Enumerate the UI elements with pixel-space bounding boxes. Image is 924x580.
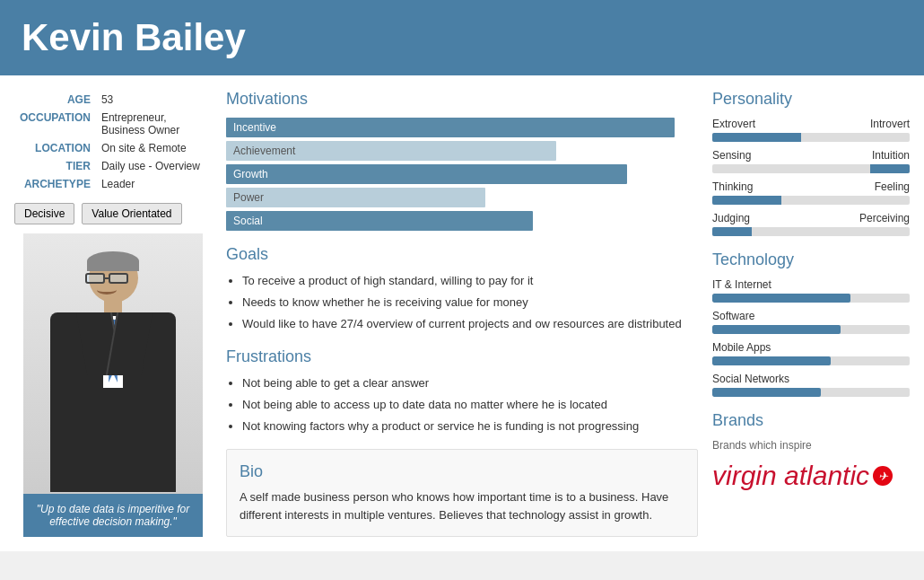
personality-section: Personality Extrovert Introvert Sensing … (712, 90, 910, 236)
profile-info: AGE 53 OCCUPATION Entrepreneur, Business… (14, 90, 212, 194)
goal-item: To receive a product of high standard, w… (242, 273, 698, 289)
trait-left: Sensing (712, 149, 751, 162)
trait-right: Intuition (872, 149, 910, 162)
technology-section: Technology IT & Internet Software Mobile… (712, 250, 910, 397)
quote-text: "Up to date data is imperitive for effec… (37, 503, 189, 528)
motivations-section: Motivations IncentiveAchievementGrowthPo… (226, 90, 698, 231)
motivation-bar: Achievement (226, 141, 698, 161)
goal-item: Would like to have 27/4 overview of curr… (242, 316, 698, 332)
right-column: Personality Extrovert Introvert Sensing … (712, 90, 910, 537)
tag-buttons: Decisive Value Orientated (14, 203, 212, 224)
tech-track (712, 325, 910, 334)
personality-row: Extrovert Introvert (712, 118, 910, 142)
virgin-atlantic-logo: virgin atlantic ✈ (712, 461, 910, 491)
personality-row: Sensing Intuition (712, 149, 910, 173)
tech-label: Mobile Apps (712, 341, 910, 354)
trait-right: Feeling (875, 180, 910, 193)
goals-section: Goals To receive a product of high stand… (226, 245, 698, 333)
tech-row: Software (712, 310, 910, 334)
virgin-text: virgin atlantic (712, 461, 869, 491)
left-column: AGE 53 OCCUPATION Entrepreneur, Business… (14, 90, 212, 537)
motivations-bars: IncentiveAchievementGrowthPowerSocial (226, 118, 698, 231)
personality-rows: Extrovert Introvert Sensing Intuition Th… (712, 118, 910, 236)
age-label: AGE (16, 92, 96, 108)
middle-column: Motivations IncentiveAchievementGrowthPo… (226, 90, 698, 537)
motivation-bar: Social (226, 211, 698, 231)
motivation-bar: Growth (226, 164, 698, 184)
tech-track (712, 356, 910, 365)
frustrations-title: Frustrations (226, 347, 698, 366)
page-title: Kevin Bailey (22, 16, 902, 59)
personality-title: Personality (712, 90, 910, 109)
archetype-label: ARCHETYPE (16, 176, 96, 192)
trait-right: Perceiving (859, 212, 910, 224)
occupation-label: OCCUPATION (16, 110, 96, 138)
tech-row: IT & Internet (712, 278, 910, 303)
trait-left: Judging (712, 212, 750, 224)
occupation-value: Entrepreneur, Business Owner (98, 110, 210, 138)
motivations-title: Motivations (226, 90, 698, 109)
tech-row: Mobile Apps (712, 341, 910, 365)
header: Kevin Bailey (0, 0, 924, 75)
trait-left: Extrovert (712, 118, 755, 130)
bio-section: Bio A self made business person who know… (226, 449, 698, 537)
age-value: 53 (98, 92, 210, 108)
quote-box: "Up to date data is imperitive for effec… (23, 494, 203, 537)
frustrations-list: Not being able to get a clear answerNot … (226, 375, 698, 435)
persona-image-container: "Up to date data is imperitive for effec… (23, 233, 203, 537)
personality-row: Thinking Feeling (712, 180, 910, 205)
bio-text: A self made business person who knows ho… (240, 488, 684, 523)
tech-track (712, 294, 910, 303)
archetype-value: Leader (98, 176, 210, 192)
motivation-bar: Incentive (226, 118, 698, 137)
tag-value-orientated[interactable]: Value Orientated (82, 203, 181, 224)
trait-left: Thinking (712, 180, 753, 193)
tech-track (712, 388, 910, 397)
frustration-item: Not being able to access up to date data… (242, 397, 698, 413)
trait-right: Introvert (870, 118, 910, 130)
tag-decisive[interactable]: Decisive (14, 203, 74, 224)
tech-row: Social Networks (712, 373, 910, 397)
brands-title: Brands (712, 411, 910, 430)
goals-list: To receive a product of high standard, w… (226, 273, 698, 333)
tech-label: Software (712, 310, 910, 322)
frustrations-section: Frustrations Not being able to get a cle… (226, 347, 698, 435)
location-value: On site & Remote (98, 140, 210, 156)
tech-label: Social Networks (712, 373, 910, 385)
technology-rows: IT & Internet Software Mobile Apps Socia… (712, 278, 910, 397)
personality-row: Judging Perceiving (712, 212, 910, 236)
tech-label: IT & Internet (712, 278, 910, 291)
tier-label: TIER (16, 158, 96, 174)
tier-value: Daily use - Overview (98, 158, 210, 174)
location-label: LOCATION (16, 140, 96, 156)
goal-item: Needs to know whether he is receiving va… (242, 294, 698, 311)
frustration-item: Not being able to get a clear answer (242, 375, 698, 391)
technology-title: Technology (712, 250, 910, 269)
bio-title: Bio (240, 462, 684, 481)
frustration-item: Not knowing factors why a product or ser… (242, 418, 698, 435)
brands-subtitle: Brands which inspire (712, 439, 910, 452)
motivation-bar: Power (226, 188, 698, 207)
virgin-icon: ✈ (873, 466, 893, 486)
brands-section: Brands Brands which inspire virgin atlan… (712, 411, 910, 491)
goals-title: Goals (226, 245, 698, 264)
